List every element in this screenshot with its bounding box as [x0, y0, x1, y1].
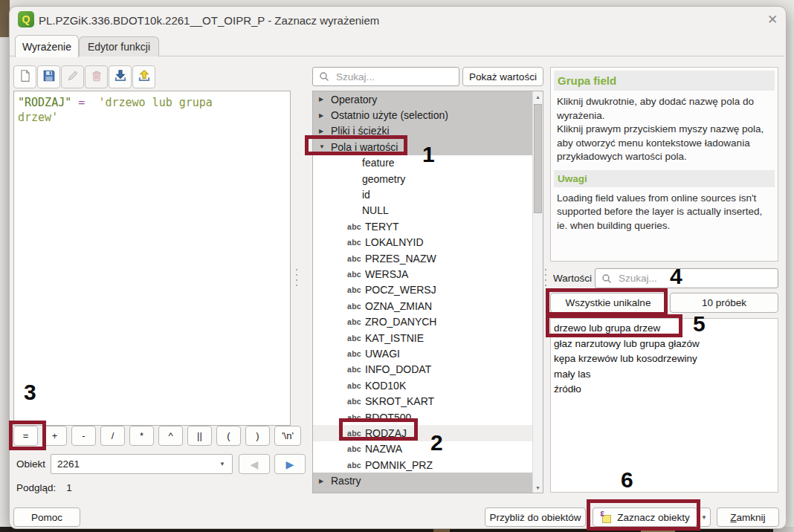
close-icon[interactable]: ✕	[763, 10, 782, 28]
chevron-collapsed-icon[interactable]: ▶	[319, 96, 326, 103]
tree-item-pomnik-prz[interactable]: abcPOMNIK_PRZ	[313, 457, 534, 473]
tree-item-label: ZRO_DANYCH	[365, 316, 436, 328]
new-expression-icon	[19, 69, 32, 85]
values-search-input[interactable]	[617, 272, 748, 285]
tree-scrollbar-thumb[interactable]	[534, 104, 542, 213]
function-search-box[interactable]	[312, 67, 459, 86]
tree-item-pocz-wersj[interactable]: abcPOCZ_WERSJ	[313, 282, 534, 298]
tree-item-label: feature	[362, 157, 395, 169]
operator-button-equals[interactable]: =	[13, 426, 38, 446]
show-values-button[interactable]: Pokaż wartości	[462, 67, 543, 86]
tree-item-label: NAZWA	[365, 443, 402, 455]
tree-item-kod10k[interactable]: abcKOD10K	[313, 377, 534, 393]
tree-item-rodzaj[interactable]: abcRODZAJ	[313, 425, 534, 441]
previous-feature-button[interactable]: ◀	[239, 454, 270, 474]
operator-button-3[interactable]: /	[100, 426, 125, 446]
tree-item-label: POCZ_WERSJ	[365, 284, 436, 296]
save-expression-icon	[42, 69, 56, 85]
all-unique-values-button[interactable]: Wszystkie unikalne	[550, 293, 666, 313]
preview-label: Podgląd:	[16, 482, 56, 493]
zoom-to-features-button[interactable]: Przybliż do obiektów	[485, 507, 586, 527]
tree-item-bdot500[interactable]: abcBDOT500	[313, 409, 534, 425]
tree-item-label: BDOT500	[365, 412, 411, 424]
chevron-collapsed-icon[interactable]: ▶	[319, 128, 326, 134]
value-item[interactable]: kępa krzewów lub kosodrzewiny	[554, 351, 778, 367]
tree-scrollbar[interactable]: ▲ ▼	[532, 91, 543, 493]
import-expression-button[interactable]	[109, 65, 132, 88]
tree-item-pliki-i-ścieżki[interactable]: ▶Pliki i ścieżki	[313, 123, 534, 139]
operator-button-7[interactable]: (	[216, 426, 241, 446]
value-item[interactable]: głaz narzutowy lub grupa głazów	[554, 337, 778, 352]
tree-item-feature[interactable]: feature	[313, 155, 534, 171]
tree-item-przes-nazw[interactable]: abcPRZES_NAZW	[313, 250, 534, 266]
chevron-down-icon[interactable]: ▼	[219, 461, 225, 467]
scroll-down-icon[interactable]: ▼	[533, 482, 543, 493]
string-field-icon: abc	[347, 365, 365, 374]
tree-item-zro-danych[interactable]: abcZRO_DANYCH	[313, 314, 534, 329]
operator-button-9[interactable]: '\n'	[274, 426, 301, 446]
tree-item-lokalnyid[interactable]: abcLOKALNYID	[313, 235, 534, 250]
select-features-dropdown-icon[interactable]: ▼	[697, 507, 711, 527]
string-field-icon: abc	[347, 302, 365, 311]
next-feature-button[interactable]: ▶	[274, 454, 306, 474]
tree-item-pola-i-wartości[interactable]: ▼Pola i wartości	[313, 139, 534, 155]
new-expression-button[interactable]	[13, 65, 36, 88]
select-features-icon: ε	[600, 511, 613, 523]
tree-item-label: PRZES_NAZW	[365, 253, 436, 265]
tree-item-skrot-kart[interactable]: abcSKROT_KART	[313, 393, 534, 409]
tree-item-label: RODZAJ	[365, 427, 407, 439]
save-expression-button[interactable]	[37, 65, 60, 88]
search-icon	[319, 71, 329, 82]
import-expression-icon	[114, 69, 127, 85]
tree-item-ostatnio-użyte-selection-[interactable]: ▶Ostatnio użyte (selection)	[313, 107, 534, 123]
tree-item-nazwa[interactable]: abcNAZWA	[313, 441, 534, 457]
edit-expression-button	[61, 65, 84, 88]
operator-button-4[interactable]: *	[129, 426, 154, 446]
tree-item-kat-istnie[interactable]: abcKAT_ISTNIE	[313, 330, 534, 346]
export-expression-button[interactable]	[132, 65, 155, 88]
close-dialog-button[interactable]: Zamknij	[717, 507, 779, 527]
splitter-handle[interactable]	[296, 269, 297, 288]
preview-value: 1	[66, 482, 72, 493]
tree-item-info-dodat[interactable]: abcINFO_DODAT	[313, 362, 534, 377]
splitter-handle[interactable]	[545, 269, 546, 288]
operator-button-8[interactable]: )	[245, 426, 270, 446]
tree-item-id[interactable]: id	[313, 186, 534, 202]
value-item[interactable]: drzewo lub grupa drzew	[554, 321, 778, 337]
tree-item-ozna-zmian[interactable]: abcOZNA_ZMIAN	[313, 298, 534, 314]
scroll-up-icon[interactable]: ▲	[533, 91, 543, 102]
tree-item-label: POMNIK_PRZ	[365, 459, 433, 471]
values-search-box[interactable]	[595, 268, 778, 288]
tab-expression[interactable]: Wyrażenie	[15, 35, 79, 57]
chevron-collapsed-icon[interactable]: ▶	[319, 478, 326, 484]
chevron-collapsed-icon[interactable]: ▶	[319, 112, 326, 119]
tree-item-uwagi[interactable]: abcUWAGI	[313, 346, 534, 361]
tree-item-label: Sensors	[331, 490, 369, 493]
feature-combobox-value: 2261	[57, 458, 219, 470]
operator-button-6[interactable]: ||	[187, 426, 212, 446]
operator-button-1[interactable]: +	[42, 426, 67, 446]
tree-item-rastry[interactable]: ▶Rastry	[313, 473, 534, 488]
tree-item-wersja[interactable]: abcWERSJA	[313, 266, 534, 282]
tree-item-null[interactable]: NULL	[313, 203, 534, 218]
chevron-expanded-icon[interactable]: ▼	[319, 143, 326, 150]
tree-item-teryt[interactable]: abcTERYT	[313, 218, 534, 234]
ten-samples-button[interactable]: 10 próbek	[670, 293, 778, 313]
value-item[interactable]: mały las	[554, 367, 778, 383]
tree-item-geometry[interactable]: geometry	[313, 171, 534, 186]
expression-editor[interactable]	[13, 91, 291, 426]
tree-item-operatory[interactable]: ▶Operatory	[313, 91, 534, 107]
select-features-button[interactable]: ε Zaznacz obiekty	[593, 507, 697, 527]
tree-item-sensors[interactable]: ▶Sensors	[313, 489, 534, 493]
operator-button-5[interactable]: ^	[158, 426, 183, 446]
delete-expression-icon	[90, 69, 103, 85]
tab-function-editor[interactable]: Edytor funkcji	[79, 36, 159, 56]
help-button[interactable]: Pomoc	[13, 507, 80, 527]
string-field-icon: abc	[347, 349, 365, 358]
operator-button-2[interactable]: -	[71, 426, 96, 446]
string-field-icon: abc	[347, 270, 365, 279]
feature-combobox[interactable]: 2261 ▼	[51, 454, 233, 474]
function-search-input[interactable]	[335, 71, 439, 83]
value-item[interactable]: źródło	[554, 382, 778, 398]
tree-item-label: geometry	[362, 173, 405, 185]
